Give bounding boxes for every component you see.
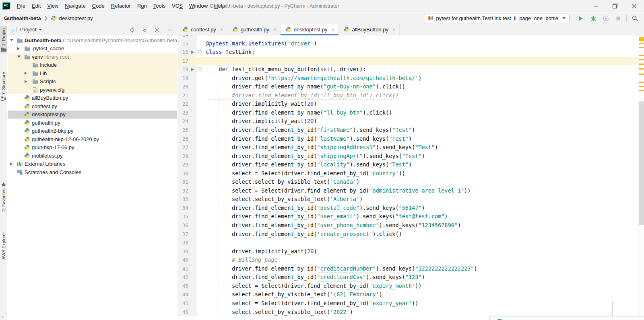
menu-edit[interactable]: Edit	[29, 0, 44, 12]
code-text[interactable]: select.select_by_visible_text('Canada')	[203, 178, 638, 187]
tree-item-venv[interactable]: venv library root	[8, 53, 177, 61]
gutter[interactable]: 38	[178, 238, 197, 247]
line-number[interactable]: 22	[178, 100, 188, 109]
code-text[interactable]: select = Select(driver.find_element_by_i…	[203, 282, 638, 291]
gutter[interactable]: 24	[178, 117, 197, 126]
tab-guthealth-py[interactable]: guthealth.py×	[227, 24, 281, 35]
gutter[interactable]: 21	[178, 91, 197, 100]
code-text[interactable]: driver.implicitly_wait(20)	[203, 117, 638, 126]
code-text[interactable]: driver.find_element_by_id("locality").se…	[203, 160, 638, 169]
inspections-indicator[interactable]	[639, 37, 644, 41]
gutter[interactable]: 18	[178, 65, 197, 74]
code-text[interactable]: #driver.find_element_by_id('ll_buy_btn_i…	[203, 91, 638, 100]
line-number[interactable]: 35	[178, 212, 188, 221]
gutter[interactable]: 28	[178, 152, 197, 161]
tree-item-guut-bkp-17-06-py[interactable]: guut-bkp-17-06.py	[8, 144, 177, 152]
close-icon[interactable]: ×	[220, 27, 223, 33]
line-number[interactable]: 33	[178, 195, 188, 204]
gutter[interactable]: 19	[178, 74, 197, 83]
gutter[interactable]: 41	[178, 265, 197, 273]
tab-conftest-py[interactable]: conftest.py×	[178, 24, 227, 35]
line-number[interactable]: 41	[178, 265, 188, 273]
line-number[interactable]: 27	[178, 143, 188, 152]
code-editor[interactable]: 1415@pytest.mark.usefixtures('driver')16…	[178, 35, 638, 320]
gutter[interactable]: 43	[178, 282, 197, 291]
collapse-all-button[interactable]	[141, 27, 148, 33]
gutter[interactable]: 31	[178, 178, 197, 187]
fold-marker-icon[interactable]	[197, 65, 203, 74]
warning-stripe-mark[interactable]	[639, 82, 644, 83]
gutter[interactable]: 36	[178, 221, 197, 230]
line-number[interactable]: 39	[178, 247, 188, 256]
tree-item-external-libraries[interactable]: External Libraries	[8, 160, 177, 168]
warning-stripe-mark[interactable]	[639, 64, 644, 65]
line-number[interactable]: 14	[178, 35, 188, 39]
line-number[interactable]: 24	[178, 117, 188, 126]
menu-run[interactable]: Run	[134, 0, 150, 12]
search-button[interactable]	[630, 14, 639, 23]
line-number[interactable]: 42	[178, 273, 188, 282]
gutter[interactable]: 16	[178, 48, 197, 57]
code-text[interactable]: driver.find_element_by_name("ll_buy_btn"…	[203, 109, 638, 117]
run-configuration-select[interactable]: pytest for guthealth.TestLink.test_ll_pa…	[424, 14, 570, 23]
restore-button[interactable]	[605, 0, 625, 12]
line-number[interactable]: 43	[178, 282, 188, 291]
code-text[interactable]: def test_click_menu_buy_button(self, dri…	[203, 65, 638, 74]
tree-collapse-arrow-icon[interactable]	[10, 162, 14, 166]
tree-item-include[interactable]: Include	[8, 61, 177, 70]
menu-vcs[interactable]: VCS	[169, 0, 186, 12]
line-number[interactable]: 46	[178, 308, 188, 317]
line-number[interactable]: 26	[178, 135, 188, 144]
gutter[interactable]: 32	[178, 187, 197, 195]
tree-item-pytest-cache[interactable]: .pytest_cache	[8, 45, 177, 53]
code-text[interactable]: select = Select(driver.find_element_by_i…	[203, 299, 638, 308]
menu-view[interactable]: View	[44, 0, 62, 12]
code-text[interactable]: driver.find_element_by_id("user_email").…	[203, 212, 638, 221]
tree-item-pyvenv-cfg[interactable]: pyvenv.cfg	[8, 86, 177, 94]
tree-item-lib[interactable]: Lib	[8, 69, 177, 78]
gutter[interactable]: 46	[178, 308, 197, 317]
code-text[interactable]: driver.implicitly_wait(20)	[203, 247, 638, 256]
warning-stripe-mark[interactable]	[639, 90, 644, 91]
line-number[interactable]: 31	[178, 178, 188, 187]
run-button[interactable]	[576, 14, 585, 23]
code-text[interactable]: driver.implicitly_wait(20)	[203, 100, 638, 109]
line-number[interactable]: 45	[178, 299, 188, 308]
tool-window-button-7-structure[interactable]: 7: Structure	[0, 72, 7, 101]
close-icon[interactable]: ×	[392, 27, 395, 33]
tool-window-button-aws-explorer[interactable]: AWS Explorer	[0, 232, 7, 260]
scrollbar-thumb[interactable]	[639, 101, 644, 225]
close-icon[interactable]: ×	[273, 27, 276, 33]
gutter[interactable]: 25	[178, 126, 197, 135]
menu-window[interactable]: Window	[186, 0, 211, 12]
line-number[interactable]: 34	[178, 204, 188, 213]
code-text[interactable]: driver.find_element_by_id("shippingAprt"…	[203, 152, 638, 161]
line-number[interactable]: 29	[178, 160, 188, 169]
tree-item-guthealth-bkp-12-06-2020-py[interactable]: guthealth-bkp-12-06-2020.py	[8, 135, 177, 144]
line-number[interactable]: 28	[178, 152, 188, 161]
breadcrumb-project[interactable]: Guthealth-beta	[4, 15, 41, 21]
debug-button[interactable]	[589, 14, 598, 23]
code-text[interactable]: select.select_by_visible_text('(02) Febr…	[203, 290, 638, 299]
gutter[interactable]: 35	[178, 212, 197, 221]
code-text[interactable]	[203, 238, 638, 247]
code-text[interactable]: @pytest.mark.usefixtures('driver')	[203, 39, 638, 48]
gutter[interactable]: 39	[178, 247, 197, 256]
gutter[interactable]: 26	[178, 135, 197, 144]
warning-stripe-mark[interactable]	[639, 68, 644, 70]
code-text[interactable]: driver.find_element_by_id("postal_code")…	[203, 204, 638, 213]
code-text[interactable]: driver.get('https://smarterguthealth.com…	[203, 74, 638, 83]
code-text[interactable]: select = Select(driver.find_element_by_i…	[203, 187, 638, 195]
line-number[interactable]: 25	[178, 126, 188, 135]
gutter[interactable]: 15	[178, 39, 197, 48]
minimize-button[interactable]	[586, 0, 605, 12]
line-number[interactable]: 40	[178, 256, 188, 265]
gutter[interactable]: 20	[178, 82, 197, 91]
tool-window-button-1-project[interactable]: 1: Project	[0, 26, 7, 53]
tool-window-button-2-favorites[interactable]: 2: Favorites	[0, 182, 7, 211]
tree-item-mobiletest-py[interactable]: mobiletest.py	[8, 152, 177, 160]
tree-item-guthealth-py[interactable]: guthealth.py	[8, 119, 177, 127]
gutter[interactable]: 33	[178, 195, 197, 204]
close-icon[interactable]: ×	[332, 27, 334, 33]
menu-code[interactable]: Code	[89, 0, 108, 12]
